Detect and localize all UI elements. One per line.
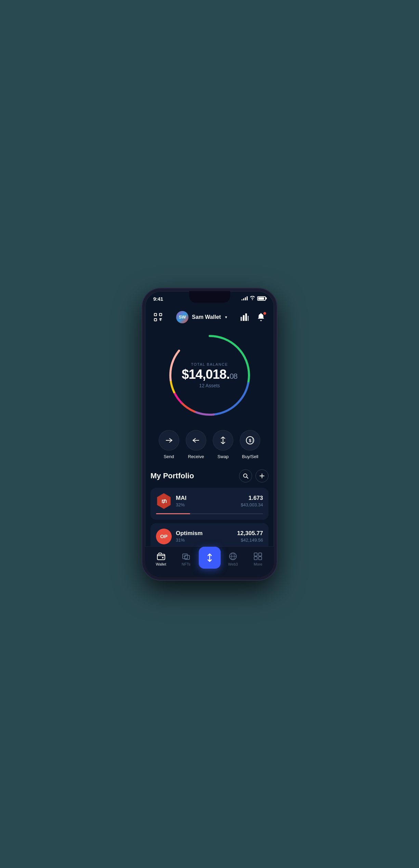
nav-web3[interactable]: Web3 [221, 552, 246, 566]
wallet-nav-label: Wallet [156, 562, 166, 566]
portfolio-title: My Portfolio [150, 471, 194, 480]
mai-name: MAI [176, 495, 186, 502]
mai-progress-fill [156, 513, 190, 514]
send-label: Send [163, 454, 174, 459]
more-icon [253, 552, 262, 561]
buysell-button[interactable]: $ Buy/Sell [240, 430, 260, 459]
swap-label: Swap [218, 454, 229, 459]
chevron-down-icon: ▾ [225, 315, 227, 320]
notification-badge [263, 312, 266, 315]
wallet-name: Sam Wallet [192, 314, 221, 320]
svg-rect-31 [162, 557, 163, 558]
op-pct: 31% [176, 537, 202, 543]
asset-card-mai[interactable]: ₥ MAI 32% 1.673 $43,003.34 [150, 488, 269, 520]
op-amount: 12,305.77 [237, 530, 263, 537]
op-icon: OP [156, 529, 172, 544]
more-nav-label: More [254, 562, 262, 566]
signal-icon [241, 296, 248, 300]
swap-button[interactable]: Swap [213, 430, 233, 459]
svg-rect-30 [157, 554, 165, 560]
svg-rect-42 [259, 557, 262, 560]
mai-usd: $43,003.34 [241, 502, 263, 507]
status-time: 9:41 [153, 296, 163, 302]
wifi-icon [250, 296, 255, 301]
avatar: SW [176, 311, 188, 323]
receive-label: Receive [188, 454, 204, 459]
svg-rect-12 [245, 313, 247, 321]
phone-frame: 9:41 [142, 288, 277, 580]
svg-rect-4 [160, 314, 161, 315]
mai-amount: 1.673 [241, 495, 263, 502]
svg-line-27 [247, 477, 248, 478]
svg-rect-10 [240, 317, 242, 321]
wallet-selector[interactable]: SW Sam Wallet ▾ [176, 311, 227, 323]
action-buttons: Send Receive [145, 427, 274, 469]
op-usd: $42,149.56 [237, 537, 263, 543]
svg-rect-41 [254, 557, 257, 560]
svg-rect-3 [155, 314, 156, 315]
header-right [239, 311, 267, 323]
svg-rect-40 [259, 553, 262, 556]
asset-card-op[interactable]: OP Optimism 31% 12,305.77 $42,149.56 [150, 523, 269, 546]
nfts-icon [182, 552, 191, 561]
send-button[interactable]: Send [159, 430, 179, 459]
notch [189, 291, 230, 303]
scan-icon[interactable] [152, 311, 164, 323]
assets-count: 12 Assets [182, 383, 237, 388]
nav-nfts[interactable]: NFTs [173, 552, 198, 566]
buysell-label: Buy/Sell [242, 454, 259, 459]
portfolio-section: My Portfolio [145, 469, 274, 546]
svg-rect-13 [248, 316, 249, 321]
main-content: TOTAL BALANCE $14,018.08 12 Assets Send [145, 327, 274, 546]
nav-more[interactable]: More [246, 552, 271, 566]
circle-chart: TOTAL BALANCE $14,018.08 12 Assets [165, 331, 254, 420]
notifications-icon[interactable] [255, 311, 267, 323]
bottom-nav: Wallet NFTs [145, 546, 274, 577]
add-asset-button[interactable] [256, 469, 269, 482]
center-action-button[interactable] [199, 547, 221, 569]
receive-button[interactable]: Receive [186, 430, 206, 459]
balance-section: TOTAL BALANCE $14,018.08 12 Assets [145, 327, 274, 427]
mai-progress-bar [156, 513, 263, 514]
portfolio-actions [239, 469, 269, 482]
svg-rect-11 [243, 315, 245, 321]
svg-rect-39 [254, 553, 257, 556]
web3-nav-label: Web3 [228, 562, 238, 566]
mai-icon: ₥ [156, 493, 172, 509]
total-balance-label: TOTAL BALANCE [182, 362, 237, 366]
balance-center: TOTAL BALANCE $14,018.08 12 Assets [182, 362, 237, 388]
wallet-icon [157, 552, 166, 561]
portfolio-header: My Portfolio [150, 469, 269, 482]
nav-wallet[interactable]: Wallet [148, 552, 173, 566]
search-button[interactable] [239, 469, 252, 482]
status-icons [241, 296, 266, 301]
balance-cents: 08 [230, 372, 237, 380]
nfts-nav-label: NFTs [182, 562, 191, 566]
svg-text:$: $ [249, 438, 252, 443]
battery-icon [257, 296, 266, 301]
svg-rect-5 [155, 320, 156, 320]
web3-icon [228, 552, 237, 561]
chart-icon[interactable] [239, 312, 250, 323]
op-name: Optimism [176, 530, 202, 537]
app-header: SW Sam Wallet ▾ [145, 308, 274, 327]
balance-amount: $14,018.08 [182, 368, 237, 381]
mai-pct: 32% [176, 502, 186, 507]
